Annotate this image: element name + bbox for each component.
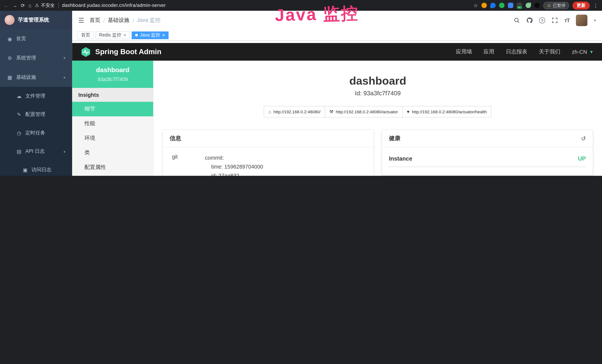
admin-sidebar: 芋道管理系统 ◉ 首页 ⚙ 系统管理 ▾ ▦ 基础设施 ▴ ☁ 文件管理: [0, 11, 72, 176]
reload-icon[interactable]: ⟳: [21, 3, 25, 8]
breadcrumb-current: Java 监控: [137, 17, 160, 24]
search-icon[interactable]: [514, 17, 520, 23]
info-card-title: 信息: [163, 130, 374, 147]
extension-icon-switch[interactable]: on: [517, 3, 522, 8]
sidebar-item-job[interactable]: ◷ 定时任务: [0, 124, 72, 142]
chevron-down-icon: ▾: [64, 56, 65, 60]
instance-sidebar: dashboard 93a3fc7f7409 Insights 细节 性能 环境…: [72, 61, 153, 176]
sba-brand: Spring Boot Admin: [95, 48, 161, 56]
breadcrumb-separator: /: [132, 17, 134, 23]
sba-logo-icon: [81, 47, 91, 57]
infra-submenu: ☁ 文件管理 ✎ 配置管理 ◷ 定时任务 ▤ API 日志 ▴ ▣: [0, 87, 72, 176]
page-title: dashboard: [163, 75, 593, 87]
dashboard-icon: ◉: [7, 36, 13, 42]
text-size-icon[interactable]: тT: [564, 17, 570, 23]
insights-item-scheduled[interactable]: 计划任务: [72, 175, 153, 176]
edit-icon: ✎: [16, 112, 22, 117]
tab-java[interactable]: Java 监控 ✕: [132, 31, 169, 39]
close-icon[interactable]: ✕: [123, 33, 127, 37]
breadcrumb-home[interactable]: 首页: [90, 17, 100, 24]
info-card: 信息 git commit: time: 1596289704000 id: 2…: [163, 130, 374, 176]
insights-item-configprops[interactable]: 配置属性: [72, 160, 153, 175]
warning-icon: ⚠: [35, 3, 39, 8]
content-area: ☰ 首页 / 基础设施 / Java 监控 ? тT ▾: [72, 11, 602, 176]
avatar-caret-icon[interactable]: ▾: [594, 18, 596, 22]
sba-language-select[interactable]: zh-CN ▼: [572, 49, 593, 55]
insights-item-env[interactable]: 环境: [72, 131, 153, 146]
sba-nav-applications[interactable]: 应用: [484, 48, 494, 55]
health-row: Instance UP: [389, 155, 586, 167]
health-card: 健康 ↺ Instance UP: [382, 130, 593, 175]
annotation-text: Java 监控: [275, 2, 359, 27]
sba-nav-journal[interactable]: 日志报表: [506, 48, 527, 55]
sidebar-item-access-log[interactable]: ▣ 访问日志: [0, 161, 72, 176]
tab-home[interactable]: 首页: [77, 31, 94, 39]
instance-header: dashboard 93a3fc7f7409: [72, 61, 153, 88]
instance-id: 93a3fc7f7409: [75, 76, 150, 82]
status-badge: UP: [578, 155, 586, 162]
health-url-link[interactable]: ♥ http://192.168.0.2:48080/actuator/heal…: [402, 106, 491, 118]
back-icon[interactable]: ←: [4, 3, 9, 8]
github-icon[interactable]: [526, 17, 532, 23]
section-insights[interactable]: Insights: [72, 88, 153, 102]
active-dot: [135, 34, 138, 36]
insights-item-details[interactable]: 细节: [72, 102, 153, 117]
sba-header: Spring Boot Admin 应用墙 应用 日志报表 关于我们 zh-CN…: [72, 43, 602, 61]
sidebar-item-home[interactable]: ◉ 首页: [0, 29, 72, 48]
sidebar-item-infra[interactable]: ▦ 基础设施 ▴: [0, 67, 72, 87]
close-icon[interactable]: ✕: [162, 33, 165, 37]
update-button[interactable]: 更新: [572, 1, 590, 9]
health-card-title: 健康 ↺: [382, 130, 593, 147]
home-icon[interactable]: ⌂: [28, 3, 31, 8]
log-icon: ▤: [16, 148, 22, 154]
sba-body: dashboard 93a3fc7f7409 Insights 细节 性能 环境…: [72, 61, 602, 176]
gear-icon: ⚙: [7, 55, 13, 61]
actuator-url-link[interactable]: ⚒ http://192.168.0.2:48080/actuator: [325, 106, 402, 118]
sidebar-item-file[interactable]: ☁ 文件管理: [0, 87, 72, 105]
logo-avatar: [5, 15, 15, 25]
extension-icon-5[interactable]: [526, 3, 531, 8]
sidebar-item-system[interactable]: ⚙ 系统管理 ▾: [0, 48, 72, 68]
extension-icon-3[interactable]: [499, 3, 504, 8]
instance-links: ⌂ http://192.168.0.2:48080/ ⚒ http://192…: [163, 106, 593, 118]
sba-nav-wallboard[interactable]: 应用墙: [456, 48, 472, 55]
smiley-icon: ☺: [547, 3, 551, 8]
extension-icon-4[interactable]: [508, 3, 513, 8]
history-icon[interactable]: ↺: [581, 135, 586, 142]
app-logo: 芋道管理系统: [0, 11, 72, 29]
user-avatar[interactable]: [576, 15, 588, 26]
insights-group: 细节 性能 环境 类 配置属性 计划任务: [72, 102, 153, 176]
insights-item-classes[interactable]: 类: [72, 146, 153, 160]
bookmark-star-icon[interactable]: ☆: [473, 3, 478, 8]
wrench-icon: ⚒: [329, 109, 333, 114]
sidebar-item-config[interactable]: ✎ 配置管理: [0, 105, 72, 124]
paused-badge[interactable]: ☺ 已暂停: [543, 2, 569, 9]
insights-item-metrics[interactable]: 性能: [72, 116, 153, 131]
sidebar-item-api-log[interactable]: ▤ API 日志 ▴: [0, 142, 72, 161]
instance-name: dashboard: [75, 66, 150, 74]
chevron-down-icon: ▼: [589, 50, 594, 54]
sba-nav-about[interactable]: 关于我们: [539, 48, 560, 55]
tab-redis[interactable]: Redis 监控 ✕: [96, 31, 130, 39]
breadcrumb: 首页 / 基础设施 / Java 监控: [90, 17, 161, 24]
help-icon[interactable]: ?: [539, 17, 545, 23]
info-row: git commit: time: 1596289704000 id: 27aa…: [163, 147, 374, 176]
breadcrumb-infra[interactable]: 基础设施: [108, 17, 129, 24]
service-url-link[interactable]: ⌂ http://192.168.0.2:48080/: [264, 106, 325, 118]
app-shell: 芋道管理系统 ◉ 首页 ⚙ 系统管理 ▾ ▦ 基础设施 ▴ ☁ 文件管理: [0, 11, 602, 176]
forward-icon[interactable]: →: [12, 3, 17, 8]
hamburger-icon[interactable]: ☰: [78, 16, 84, 24]
home-icon: ⌂: [269, 109, 271, 114]
address-url[interactable]: dashboard.yudao.iocoder.cn/infra/admin-s…: [62, 3, 166, 8]
browser-menu-icon[interactable]: ⋮: [593, 3, 598, 8]
chevron-up-icon: ▴: [64, 75, 65, 79]
extension-icon-2[interactable]: [490, 3, 495, 8]
security-warning[interactable]: ⚠ 不安全: [35, 2, 55, 9]
cards-grid: 信息 git commit: time: 1596289704000 id: 2…: [163, 130, 593, 176]
fullscreen-icon[interactable]: [552, 17, 558, 23]
info-key: git: [170, 153, 205, 176]
clock-icon: ◷: [16, 130, 22, 136]
extension-icon-6[interactable]: [534, 3, 540, 8]
instance-main: dashboard Id: 93a3fc7f7409 ⌂ http://192.…: [153, 61, 602, 176]
extension-icon-1[interactable]: [481, 3, 487, 8]
